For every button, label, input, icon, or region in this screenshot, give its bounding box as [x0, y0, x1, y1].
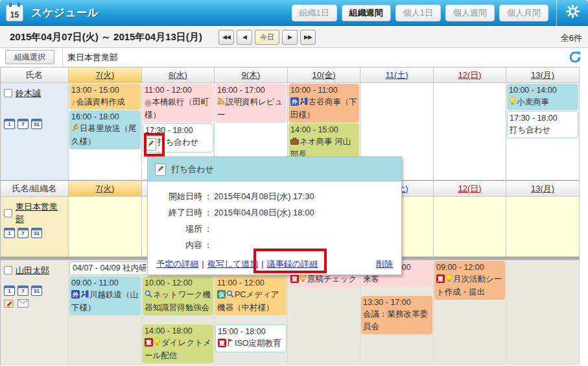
day-header-link[interactable]: 13(月)	[531, 184, 554, 193]
member-checkbox[interactable]	[4, 89, 12, 97]
view-button-personal-week[interactable]: 個人週間	[445, 5, 495, 21]
target-icon: ◎	[145, 98, 151, 107]
lightbulb-icon	[300, 275, 307, 284]
member-name-cell: 山田太郎1731	[1, 260, 69, 365]
event-block[interactable]: 13:30 - 17:00会議：業務改革委員会	[361, 296, 432, 334]
day-header-link[interactable]: 8(水)	[169, 70, 187, 80]
event-block[interactable]: 10:00 - 12:00ネットワーク機器知識習得勉強会	[143, 276, 213, 315]
day-cell-2-1[interactable]: 10:00 - 12:00ネットワーク機器知識習得勉強会14:00 - 18:0…	[142, 260, 215, 365]
memo-pencil-icon	[155, 164, 166, 176]
event-block[interactable]: 10:00 - 14:00小麦商事	[507, 84, 578, 110]
day-header-link[interactable]: 11(土)	[385, 70, 408, 80]
event-title-text: 小麦商事	[517, 97, 549, 106]
event-title-text: ISO定期教育	[235, 339, 281, 348]
event-block[interactable]: 09:00 - 12:00重月次活動シート作成・提出	[434, 261, 505, 300]
event-block[interactable]: 14:00 - 18:00重ダイレクトメール配信	[143, 324, 213, 363]
day-header-link[interactable]: 10(金)	[312, 70, 335, 80]
member-name-cell: 東日本営業部1731	[1, 197, 69, 257]
org-select-button[interactable]: 組織選択	[5, 50, 54, 64]
day-header-link[interactable]: 9(木)	[242, 70, 261, 80]
day-header-link[interactable]: 7(火)	[96, 184, 115, 193]
refresh-button[interactable]	[569, 51, 583, 65]
forward-button[interactable]: ▶	[282, 30, 298, 45]
event-block[interactable]: 13:00 - 15:00♪会議資料作成	[69, 84, 141, 110]
annotation-box-memo-icon	[144, 133, 165, 156]
view-button-org-day[interactable]: 組織1日	[292, 5, 337, 21]
member-row: 山田太郎173109:00 - 11:00外川越鉄道（山下様）10:00 - 1…	[1, 260, 580, 365]
calendar-day-icon[interactable]: 1	[4, 286, 15, 296]
event-title-text: 原稿チェック	[307, 274, 357, 284]
day-header-link[interactable]: 13(月)	[531, 70, 554, 80]
view-button-org-week[interactable]: 組織週間	[342, 5, 391, 21]
day-cell-0-6[interactable]: 10:00 - 14:00小麦商事17:30 - 18:00打ち合わせ	[506, 83, 580, 180]
event-block[interactable]: 16:00 - 17:00説明資料レビュー	[215, 84, 287, 123]
popup-link-copy-and-add[interactable]: 複写して追加	[207, 259, 259, 269]
day-cell-2-4[interactable]: 12:00 - 13:00来客13:30 - 17:00会議：業務改革委員会	[360, 260, 434, 365]
view-button-personal-month[interactable]: 個人月間	[499, 5, 548, 21]
day-cell-2-6[interactable]	[506, 260, 580, 365]
settings-button[interactable]	[556, 0, 588, 26]
day-header-link[interactable]: 12(日)	[458, 184, 481, 193]
day-header-link[interactable]: 7(火)	[96, 70, 115, 80]
calendar-month-icon[interactable]: 31	[31, 228, 42, 238]
today-button[interactable]: 今日	[255, 30, 279, 45]
calendar-month-icon[interactable]: 31	[31, 119, 42, 129]
member-checkbox[interactable]	[4, 266, 12, 274]
popup-field-colon: ：	[202, 204, 214, 221]
member-name-link[interactable]: 山田太郎	[16, 264, 49, 276]
event-block[interactable]: 17:30 - 18:00打ち合わせ	[507, 111, 578, 138]
skip-back-button[interactable]: ◀◀	[218, 30, 234, 45]
calendar-day-icon[interactable]: 1	[4, 228, 15, 238]
popup-field-label: 開始日時	[156, 188, 202, 204]
grid-header-row: 氏名7(火)8(水)9(木)10(金)11(土)12(日)13(月)	[1, 67, 580, 83]
event-block[interactable]: 11:00 - 12:00仮PCメディア機器（中村様）	[215, 276, 287, 315]
toolbar: 2015年04月07日(火) ～ 2015年04月13日(月) ◀◀◀今日▶▶▶…	[0, 27, 588, 48]
important-badge-icon: 重	[218, 339, 226, 347]
day-cell-2-3[interactable]: 重原稿チェック	[288, 260, 360, 365]
calendar-month-icon[interactable]: 31	[31, 286, 42, 296]
popup-link-delete[interactable]: 削除	[376, 258, 393, 270]
calendar-week-icon[interactable]: 7	[18, 228, 29, 238]
event-block[interactable]: 16:00 - 18:00日暮里放送（尾久様）	[69, 110, 141, 149]
current-org-label: 東日本営業部	[67, 52, 118, 64]
popup-link-event-details[interactable]: 予定の詳細	[156, 259, 198, 269]
event-time: 10:00 - 14:00	[509, 84, 576, 96]
event-title: 打ち合わせ	[510, 124, 576, 136]
schedule-app-icon: 15	[6, 5, 23, 21]
event-title-text: 日暮里放送（尾久様）	[71, 124, 137, 146]
event-block[interactable]: 10:00 - 11:00外古谷商事（下田様）	[288, 84, 359, 123]
memo-icon[interactable]	[4, 299, 15, 311]
day-header-link[interactable]: 12(日)	[458, 70, 481, 80]
day-cell-1-5[interactable]	[434, 197, 506, 257]
event-block[interactable]: 15:00 - 18:00重ISO定期教育	[215, 324, 287, 352]
day-cell-0-5[interactable]	[434, 83, 506, 180]
event-block[interactable]: 09:00 - 11:00外川越鉄道（山下様）	[69, 276, 141, 315]
day-cell-2-2[interactable]: 11:00 - 12:00仮PCメディア機器（中村様）15:00 - 18:00…	[215, 260, 288, 365]
event-title: 外川越鉄道（山下様）	[71, 289, 139, 314]
grid-section-2: 山田太郎173109:00 - 11:00外川越鉄道（山下様）10:00 - 1…	[1, 260, 580, 365]
day-header-0: 7(火)	[69, 67, 142, 83]
event-title: ◎本橋銀行（田町様）	[145, 96, 211, 121]
day-cell-2-5[interactable]: 09:00 - 12:00重月次活動シート作成・提出	[434, 260, 506, 365]
day-cell-1-6[interactable]	[506, 197, 580, 257]
member-name-link[interactable]: 鈴木誠	[16, 87, 41, 99]
day-cell-1-0[interactable]	[69, 197, 142, 257]
page-title: スケジュール	[31, 5, 99, 20]
day-cell-0-0[interactable]: 13:00 - 15:00♪会議資料作成16:00 - 18:00日暮里放送（尾…	[69, 83, 142, 180]
event-block[interactable]: 11:00 - 12:00◎本橋銀行（田町様）	[143, 84, 213, 123]
member-name-link[interactable]: 東日本営業部	[16, 201, 65, 225]
view-button-personal-day[interactable]: 個人1日	[395, 5, 441, 21]
skip-forward-button[interactable]: ▶▶	[300, 30, 316, 45]
mail-icon[interactable]	[18, 299, 29, 311]
member-checkbox[interactable]	[4, 209, 12, 217]
event-title: 重ISO定期教育	[218, 337, 284, 350]
schedule-app: 15 スケジュール 組織1日組織週間個人1日個人週間個人月間 2015年04月0…	[0, 0, 588, 366]
back-button[interactable]: ◀	[237, 30, 252, 45]
calendar-day-icon[interactable]: 1	[4, 119, 15, 129]
popup-field-value: 2015年04月08日(水) 18:00	[214, 204, 314, 221]
calendar-week-icon[interactable]: 7	[18, 286, 29, 296]
event-time: 13:30 - 17:00	[363, 297, 430, 308]
event-title-text: 来客	[363, 274, 379, 284]
day-cell-2-0[interactable]: 09:00 - 11:00外川越鉄道（山下様）	[69, 260, 142, 365]
calendar-week-icon[interactable]: 7	[18, 119, 29, 129]
